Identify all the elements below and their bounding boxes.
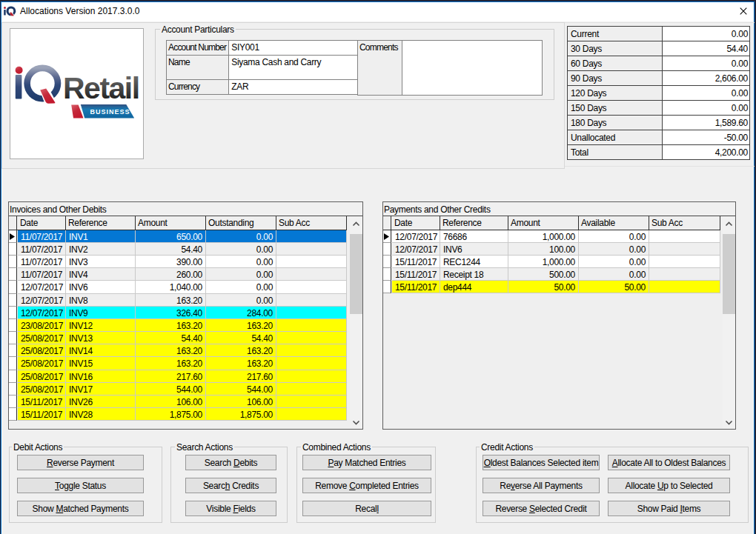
svg-text:Retail: Retail [63, 71, 139, 105]
svg-text:BUSINESS: BUSINESS [90, 108, 130, 116]
